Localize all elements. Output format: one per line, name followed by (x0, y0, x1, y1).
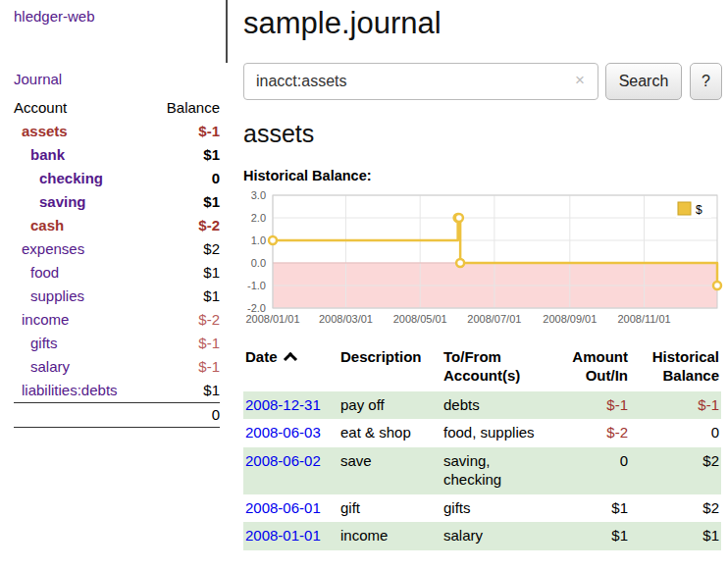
chart-heading: Historical Balance: (243, 168, 721, 183)
accounts-col-balance: Balance (150, 96, 220, 120)
account-row-food: food $1 (14, 261, 220, 285)
sidebar: hledger-web Journal Account Balance asse… (0, 0, 228, 571)
account-balance: $2 (150, 237, 220, 261)
svg-text:2008/09/01: 2008/09/01 (543, 313, 597, 325)
account-link-bank[interactable]: bank (30, 146, 65, 163)
transaction-amount: $1 (551, 494, 630, 523)
svg-text:3.0: 3.0 (251, 189, 266, 201)
account-link-expenses[interactable]: expenses (22, 240, 84, 257)
account-heading: assets (243, 120, 721, 148)
register-col-balance[interactable]: Historical Balance (630, 346, 721, 391)
search-bar: × Search ? (243, 63, 721, 100)
register-header-row: Date Description To/From Account(s) Amou… (243, 346, 721, 391)
account-link-salary[interactable]: salary (30, 358, 70, 375)
historical-balance-chart: 3.02.01.00.0-1.0-2.02008/01/012008/03/01… (243, 189, 721, 329)
search-button[interactable]: Search (605, 63, 682, 100)
account-row-expenses: expenses $2 (14, 237, 220, 261)
sidebar-item-journal[interactable]: Journal (14, 71, 62, 87)
account-row-liabilities-debts: liabilities:debts $1 (14, 379, 220, 403)
account-link-assets[interactable]: assets (22, 123, 68, 139)
account-row-salary: salary $-1 (14, 355, 220, 379)
sidebar-scrollbar-thumb[interactable] (226, 0, 228, 63)
transaction-description: income (338, 522, 442, 550)
svg-text:2008/05/01: 2008/05/01 (393, 313, 447, 325)
transaction-description: eat & shop (338, 419, 442, 447)
account-row-income: income $-2 (14, 308, 220, 332)
register-row: 2008-06-01 gift gifts $1 $2 (243, 494, 721, 523)
transaction-amount: 0 (551, 447, 630, 494)
transaction-balance: $1 (630, 522, 721, 550)
account-balance: $1 (150, 379, 220, 403)
transaction-accounts: saving, checking (442, 447, 551, 494)
svg-text:1.0: 1.0 (251, 234, 266, 246)
transaction-description: gift (338, 494, 442, 523)
register-row: 2008-12-31 pay off debts $-1 $-1 (243, 391, 721, 420)
account-balance: $1 (150, 285, 220, 308)
transaction-date-link[interactable]: 2008-06-03 (245, 424, 321, 441)
transaction-date-link[interactable]: 2008-06-01 (245, 499, 321, 516)
account-link-food[interactable]: food (30, 264, 59, 281)
account-link-supplies[interactable]: supplies (30, 287, 84, 304)
account-balance: $1 (150, 190, 220, 214)
transaction-accounts: debts (442, 391, 551, 420)
account-balance: 0 (150, 167, 220, 190)
transaction-balance: $2 (630, 447, 721, 494)
account-balance: $1 (150, 143, 220, 167)
transaction-accounts: gifts (442, 494, 551, 523)
svg-text:2008/11/01: 2008/11/01 (617, 313, 670, 325)
account-link-income[interactable]: income (22, 311, 69, 328)
sort-asc-icon (283, 352, 296, 366)
transaction-date-link[interactable]: 2008-12-31 (245, 396, 321, 413)
svg-text:0.0: 0.0 (251, 257, 266, 269)
account-row-supplies: supplies $1 (14, 285, 220, 308)
transaction-balance: $2 (630, 494, 721, 523)
account-balance: $-1 (150, 120, 220, 143)
transaction-amount: $1 (551, 522, 630, 550)
account-row-bank: bank $1 (14, 143, 220, 167)
main-content: sample.journal × Search ? assets Histori… (243, 0, 721, 550)
hledger-web-screen: hledger-web Journal Account Balance asse… (0, 0, 728, 571)
register-col-accounts[interactable]: To/From Account(s) (442, 346, 551, 391)
transaction-description: pay off (338, 391, 442, 420)
account-balance: $-1 (150, 355, 220, 379)
account-balance: $-1 (150, 332, 220, 355)
app-title-link[interactable]: hledger-web (14, 8, 95, 25)
account-row-saving: saving $1 (14, 190, 220, 214)
account-link-cash[interactable]: cash (30, 217, 64, 234)
accounts-col-account: Account (14, 96, 150, 120)
accounts-total-balance: 0 (150, 403, 220, 428)
svg-text:2008/01/01: 2008/01/01 (245, 313, 299, 325)
clear-search-icon[interactable]: × (575, 72, 585, 88)
account-link-checking[interactable]: checking (39, 170, 103, 186)
search-input[interactable] (243, 63, 598, 100)
register-row: 2008-01-01 income salary $1 $1 (243, 522, 721, 550)
account-balance: $1 (150, 261, 220, 285)
transaction-accounts: food, supplies (442, 419, 551, 447)
svg-text:-1.0: -1.0 (247, 280, 266, 291)
account-link-gifts[interactable]: gifts (30, 335, 58, 351)
account-row-assets: assets $-1 (14, 120, 220, 143)
account-row-gifts: gifts $-1 (14, 332, 220, 355)
transaction-balance: 0 (630, 419, 721, 447)
register-col-date-label: Date (245, 348, 278, 365)
transaction-description: save (338, 447, 442, 494)
account-row-cash: cash $-2 (14, 214, 220, 237)
register-col-date[interactable]: Date (243, 346, 338, 391)
register-row: 2008-06-02 save saving, checking 0 $2 (243, 447, 721, 494)
svg-text:2008/07/01: 2008/07/01 (467, 313, 521, 325)
account-link-saving[interactable]: saving (39, 193, 86, 210)
accounts-header-row: Account Balance (14, 96, 220, 120)
transaction-accounts: salary (442, 522, 551, 550)
register-row: 2008-06-03 eat & shop food, supplies $-2… (243, 419, 721, 447)
account-balance: $-2 (150, 308, 220, 332)
register-col-amount[interactable]: Amount Out/In (551, 346, 630, 391)
transaction-date-link[interactable]: 2008-06-02 (245, 452, 321, 469)
account-link-liabilities-debts[interactable]: liabilities:debts (22, 382, 118, 398)
transaction-amount: $-1 (551, 391, 630, 420)
transaction-date-link[interactable]: 2008-01-01 (245, 527, 321, 544)
transaction-balance: $-1 (630, 391, 721, 420)
transaction-amount: $-2 (551, 419, 630, 447)
page-title: sample.journal (243, 6, 721, 41)
register-col-description[interactable]: Description (338, 346, 442, 391)
help-button[interactable]: ? (690, 63, 722, 100)
